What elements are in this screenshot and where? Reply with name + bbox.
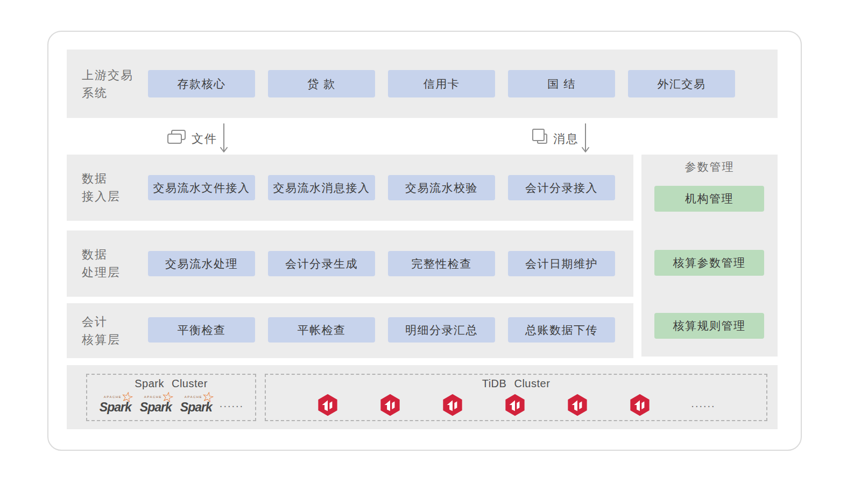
file-icon xyxy=(167,129,186,145)
upstream-box-fx-trading: 外汇交易 xyxy=(628,70,735,97)
access-box-message-intake: 交易流水消息接入 xyxy=(268,175,375,200)
param-box-accounting-params: 核算参数管理 xyxy=(654,250,764,276)
account-box-balance-check: 平衡检查 xyxy=(148,317,255,343)
process-box-flow-processing: 交易流水处理 xyxy=(148,251,255,276)
spark-star-icon: ☆ xyxy=(160,389,175,405)
upstream-box-deposit-core: 存款核心 xyxy=(148,70,255,97)
account-label-line2: 核算层 xyxy=(82,331,121,348)
process-label-line2: 处理层 xyxy=(82,263,121,281)
spark-cluster-title: Spark Cluster xyxy=(87,378,255,390)
upstream-box-loan: 贷 款 xyxy=(268,70,375,97)
spark-logo-icon: APACHE Spark ☆ xyxy=(139,394,172,416)
data-processing-layer-label: 数据 处理层 xyxy=(82,246,121,281)
tidb-logo-icon xyxy=(566,394,589,416)
process-box-date-maintenance: 会计日期维护 xyxy=(508,251,615,276)
data-access-layer-label: 数据 接入层 xyxy=(82,170,121,205)
access-box-flow-verification: 交易流水校验 xyxy=(388,175,495,200)
access-label-line1: 数据 xyxy=(82,170,121,187)
message-icon xyxy=(532,128,549,146)
process-box-integrity-check: 完整性检查 xyxy=(388,251,495,276)
account-box-reconciliation-check: 平帐检查 xyxy=(268,317,375,343)
param-box-org-management: 机构管理 xyxy=(654,186,764,212)
spark-apache-text: APACHE xyxy=(104,395,122,399)
access-box-entry-intake: 会计分录接入 xyxy=(508,175,615,200)
message-connector-label: 消息 xyxy=(553,131,579,147)
message-down-arrow-icon xyxy=(581,123,590,154)
tidb-logo-icon xyxy=(441,394,464,416)
upstream-box-credit-card: 信用卡 xyxy=(388,70,495,97)
upstream-label-line1: 上游交易 xyxy=(82,66,133,84)
param-box-accounting-rules: 核算规则管理 xyxy=(654,313,764,339)
process-box-entry-generation: 会计分录生成 xyxy=(268,251,375,276)
file-connector-label: 文件 xyxy=(192,131,217,147)
access-label-line2: 接入层 xyxy=(82,187,121,205)
tidb-cluster-box: TiDB Cluster ...... xyxy=(265,374,767,421)
spark-logo-icon: APACHE Spark ☆ xyxy=(179,394,213,416)
spark-apache-text: APACHE xyxy=(185,395,202,399)
upstream-systems-label: 上游交易 系统 xyxy=(82,66,133,102)
upstream-box-intl-settlement: 国 结 xyxy=(508,70,615,97)
tidb-logo-icon xyxy=(379,394,401,416)
accounting-layer-label: 会计 核算层 xyxy=(82,313,121,348)
upstream-label-line2: 系统 xyxy=(82,84,133,102)
spark-cluster-nodes: APACHE Spark ☆ APACHE Spark ☆ APACHE Spa… xyxy=(87,393,255,417)
spark-logo-icon: APACHE Spark ☆ xyxy=(98,394,132,416)
tidb-cluster-nodes: ...... xyxy=(266,393,766,417)
tidb-logo-icon xyxy=(316,394,339,416)
spark-star-icon: ☆ xyxy=(200,389,215,405)
tidb-logo-icon xyxy=(629,394,651,416)
account-label-line1: 会计 xyxy=(82,313,121,331)
parameter-panel-title: 参数管理 xyxy=(641,159,778,174)
tidb-ellipsis: ...... xyxy=(691,398,715,412)
spark-ellipsis: ...... xyxy=(220,398,244,412)
process-label-line1: 数据 xyxy=(82,246,121,263)
file-down-arrow-icon xyxy=(220,123,228,154)
spark-cluster-box: Spark Cluster APACHE Spark ☆ APACHE Spar… xyxy=(86,374,256,421)
account-box-detail-summary: 明细分录汇总 xyxy=(388,317,495,343)
tidb-logo-icon xyxy=(504,394,526,416)
tidb-cluster-title: TiDB Cluster xyxy=(266,378,766,390)
account-box-ledger-download: 总账数据下传 xyxy=(508,317,615,343)
spark-star-icon: ☆ xyxy=(119,389,135,405)
spark-apache-text: APACHE xyxy=(144,395,162,399)
access-box-file-intake: 交易流水文件接入 xyxy=(148,175,255,200)
